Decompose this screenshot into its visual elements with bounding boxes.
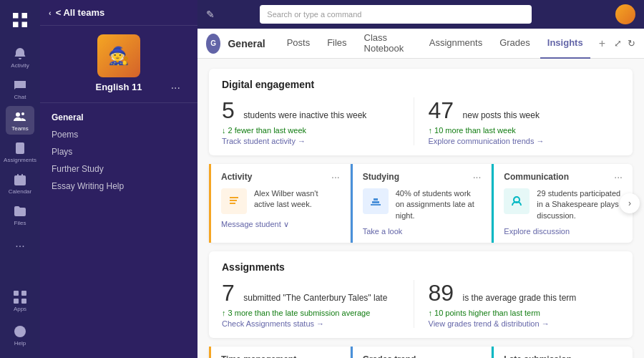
engagement-item-posts: 47 new posts this week ↑ 10 more than la… xyxy=(414,97,620,145)
team-menu-button[interactable]: ··· xyxy=(171,82,180,95)
studying-card-icon xyxy=(363,188,389,214)
sidebar-item-assignments[interactable]: Assignments xyxy=(6,137,34,166)
posts-desc: new posts this week xyxy=(463,110,540,120)
sidebar-item-calendar[interactable]: Calendar xyxy=(6,169,34,198)
activity-card-menu[interactable]: ··· xyxy=(331,171,340,183)
communication-card-body: 29 students participated in a Shakespear… xyxy=(504,188,623,221)
user-avatar[interactable] xyxy=(615,4,635,24)
channel-item-essay-writing[interactable]: Essay Writing Help xyxy=(40,178,197,195)
bottom-cards-section: Time management ··· Ella Taylor hasn't s… xyxy=(209,347,633,358)
edit-icon[interactable]: ✎ xyxy=(206,9,215,20)
refresh-icon[interactable]: ↻ xyxy=(628,38,635,49)
svg-rect-0 xyxy=(13,13,19,19)
inactive-number: 5 xyxy=(222,97,235,123)
activity-card-studying: Studying ··· 40% of students work on ass… xyxy=(351,164,492,243)
svg-rect-21 xyxy=(230,203,235,204)
sidebar-item-activity-label: Activity xyxy=(11,62,29,69)
svg-rect-24 xyxy=(374,198,378,200)
svg-rect-15 xyxy=(14,299,19,304)
channels-list: General Poems Plays Further Study Essay … xyxy=(40,103,197,358)
tab-assignments[interactable]: Assignments xyxy=(422,29,489,59)
tab-posts[interactable]: Posts xyxy=(280,29,318,59)
tab-class-notebook[interactable]: Class Notebook xyxy=(357,29,419,59)
time-mgmt-card-menu[interactable]: ··· xyxy=(331,354,340,358)
check-assignments-link[interactable]: Check Assignments status → xyxy=(222,319,399,328)
grade-desc: is the average grade this term xyxy=(463,293,577,303)
time-mgmt-card-header: Time management ··· xyxy=(221,354,340,358)
team-name: English 11 xyxy=(95,82,142,92)
inactive-sub: ↓ 2 fewer than last week xyxy=(222,126,399,135)
tab-add-button[interactable]: + xyxy=(593,34,611,53)
svg-rect-10 xyxy=(14,175,26,185)
svg-rect-1 xyxy=(22,13,28,19)
late-submission-card-title: Late submission xyxy=(504,354,572,358)
studying-card-footer[interactable]: Take a look xyxy=(363,227,482,236)
expand-icon[interactable]: ⤢ xyxy=(614,38,622,49)
sidebar-item-chat[interactable]: Chat xyxy=(6,74,34,103)
svg-rect-3 xyxy=(22,22,28,28)
channel-name: General xyxy=(228,38,265,49)
assignments-card: Assignments 7 submitted "The Canterbury … xyxy=(209,251,633,338)
track-activity-link[interactable]: Track student activity → xyxy=(222,137,399,145)
svg-rect-13 xyxy=(14,291,19,296)
all-teams-label: < All teams xyxy=(56,7,105,18)
bottom-cards-row: Time management ··· Ella Taylor hasn't s… xyxy=(209,347,633,358)
sidebar-item-files[interactable]: Files xyxy=(6,200,34,229)
svg-rect-2 xyxy=(13,22,19,28)
channel-item-poems[interactable]: Poems xyxy=(40,126,197,143)
svg-rect-12 xyxy=(21,174,23,177)
bottom-card-grades-trend: Grades trend ··· The average grade for W… xyxy=(351,347,492,358)
sidebar-item-apps[interactable]: Apps xyxy=(6,286,34,315)
activity-card-title: Activity xyxy=(221,172,252,182)
tab-grades[interactable]: Grades xyxy=(492,29,537,59)
teams-panel-header: ‹ < All teams xyxy=(40,0,197,26)
view-grades-link[interactable]: View grades trend & distribution → xyxy=(429,319,606,328)
activity-card-communication: Communication ··· 29 students participat… xyxy=(492,164,633,243)
team-card-row: English 11 ··· xyxy=(49,82,189,94)
channel-item-plays[interactable]: Plays xyxy=(40,143,197,160)
sidebar-item-activity[interactable]: Activity xyxy=(6,43,34,72)
late-submission-card-menu[interactable]: ··· xyxy=(614,354,623,358)
search-placeholder: Search or type a command xyxy=(267,10,361,19)
communication-card-menu[interactable]: ··· xyxy=(614,171,623,183)
svg-text:?: ? xyxy=(18,328,22,336)
communication-card-footer[interactable]: Explore discussion xyxy=(504,227,623,236)
activity-card-icon xyxy=(221,188,247,214)
tab-actions: ⤢ ↻ xyxy=(614,38,635,49)
activity-cards-next-button[interactable]: › xyxy=(620,193,640,213)
late-submission-card-header: Late submission ··· xyxy=(504,354,623,358)
activity-card-activity: Activity ··· Alex Wilber wasn't active l… xyxy=(209,164,351,243)
sidebar-item-chat-label: Chat xyxy=(14,94,26,100)
sidebar-item-help[interactable]: ? Help xyxy=(6,321,34,349)
assignments-title: Assignments xyxy=(222,261,620,273)
sidebar-item-teams-label: Teams xyxy=(11,125,29,132)
grades-trend-card-header: Grades trend ··· xyxy=(363,354,482,358)
channel-item-general[interactable]: General xyxy=(40,109,197,126)
svg-point-4 xyxy=(16,112,20,117)
studying-card-menu[interactable]: ··· xyxy=(473,171,482,183)
sidebar-item-more[interactable]: ··· xyxy=(6,232,34,261)
activity-card-header: Activity ··· xyxy=(221,171,340,183)
back-arrow[interactable]: ‹ xyxy=(49,9,52,17)
tab-insights[interactable]: Insights xyxy=(540,29,590,59)
grades-trend-card-menu[interactable]: ··· xyxy=(473,354,482,358)
assignment-item-grade: 89 is the average grade this term ↑ 10 p… xyxy=(414,280,620,328)
communication-card-text: 29 students participated in a Shakespear… xyxy=(537,188,623,221)
sidebar-item-teams[interactable]: Teams xyxy=(6,106,34,135)
svg-rect-19 xyxy=(230,197,238,198)
late-desc: submitted "The Canterbury Tales" late xyxy=(243,293,387,303)
grid-icon[interactable] xyxy=(6,6,34,34)
channel-item-further-study[interactable]: Further Study xyxy=(40,160,197,178)
bottom-card-late-submission: Late submission ··· Eldon Roque submitte… xyxy=(492,347,633,358)
search-bar[interactable]: Search or type a command xyxy=(260,5,532,24)
bottom-card-time-mgmt: Time management ··· Ella Taylor hasn't s… xyxy=(209,347,351,358)
communication-trends-link[interactable]: Explore communication trends → xyxy=(429,137,606,145)
posts-number: 47 xyxy=(429,97,454,123)
tab-files[interactable]: Files xyxy=(320,29,353,59)
communication-card-icon xyxy=(504,188,530,214)
sidebar-bottom-icons: Apps ? Help xyxy=(6,286,34,352)
svg-rect-23 xyxy=(372,201,379,203)
activity-card-footer[interactable]: Message student ∨ xyxy=(221,220,340,229)
assignment-item-late: 7 submitted "The Canterbury Tales" late … xyxy=(222,280,414,328)
communication-card-title: Communication xyxy=(504,172,569,182)
